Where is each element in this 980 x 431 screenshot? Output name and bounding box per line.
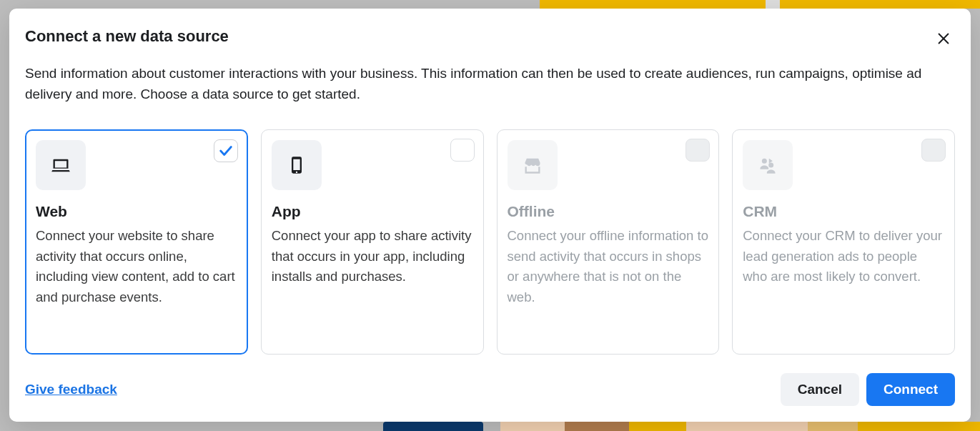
option-selected-indicator bbox=[450, 139, 475, 162]
check-icon bbox=[218, 143, 234, 159]
connect-data-source-modal: Connect a new data source Send informati… bbox=[9, 9, 971, 422]
option-web[interactable]: Web Connect your website to share activi… bbox=[25, 129, 248, 355]
option-icon-container bbox=[743, 140, 793, 190]
modal-title: Connect a new data source bbox=[25, 27, 955, 46]
data-source-options: Web Connect your website to share activi… bbox=[25, 129, 955, 355]
modal-description: Send information about customer interact… bbox=[25, 63, 947, 105]
people-icon bbox=[758, 155, 778, 175]
option-description: Connect your website to share activity t… bbox=[36, 226, 237, 308]
option-selected-indicator bbox=[214, 139, 238, 162]
close-button[interactable] bbox=[931, 26, 956, 51]
laptop-icon bbox=[51, 155, 71, 175]
option-title: Web bbox=[36, 203, 237, 220]
option-icon-container bbox=[272, 140, 322, 190]
option-icon-container bbox=[508, 140, 558, 190]
option-description: Connect your CRM to deliver your lead ge… bbox=[743, 226, 944, 287]
option-description: Connect your app to share activity that … bbox=[272, 226, 473, 287]
option-offline: Offline Connect your offline information… bbox=[497, 129, 720, 355]
option-selected-indicator bbox=[921, 139, 946, 162]
phone-icon bbox=[287, 155, 307, 175]
svg-point-3 bbox=[768, 162, 773, 167]
option-app[interactable]: App Connect your app to share activity t… bbox=[261, 129, 484, 355]
modal-header: Connect a new data source bbox=[25, 27, 955, 63]
store-icon bbox=[523, 155, 543, 175]
close-icon bbox=[936, 31, 951, 46]
modal-footer: Give feedback Cancel Connect bbox=[25, 355, 955, 406]
give-feedback-link[interactable]: Give feedback bbox=[25, 382, 117, 397]
background-decoration bbox=[0, 422, 980, 431]
option-description: Connect your offline information to send… bbox=[508, 226, 709, 308]
connect-button[interactable]: Connect bbox=[866, 373, 955, 406]
option-title: App bbox=[272, 203, 473, 220]
option-title: CRM bbox=[743, 203, 944, 220]
option-selected-indicator bbox=[685, 139, 710, 162]
svg-point-2 bbox=[762, 159, 767, 164]
cancel-button[interactable]: Cancel bbox=[781, 373, 859, 406]
footer-actions: Cancel Connect bbox=[781, 373, 955, 406]
option-crm: CRM Connect your CRM to deliver your lea… bbox=[732, 129, 955, 355]
option-title: Offline bbox=[508, 203, 709, 220]
option-icon-container bbox=[36, 140, 86, 190]
background-decoration bbox=[537, 0, 980, 9]
